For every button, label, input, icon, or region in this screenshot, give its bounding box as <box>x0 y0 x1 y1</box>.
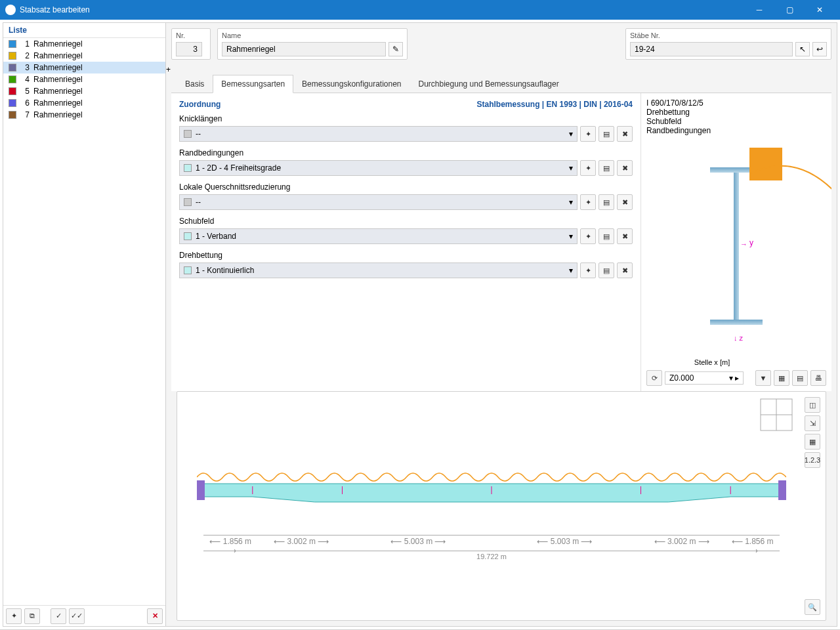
name-input[interactable] <box>222 42 386 56</box>
color-swatch-icon <box>9 64 16 72</box>
field-combo[interactable]: -- ▾ <box>179 194 578 210</box>
list-item-num: 5 <box>20 87 30 96</box>
field-edit-button[interactable]: ▤ <box>598 262 614 278</box>
field-combo[interactable]: -- ▾ <box>179 126 578 142</box>
field-value: -- <box>196 129 201 138</box>
tab[interactable]: Bemessungskonfigurationen <box>293 75 410 93</box>
list-item[interactable]: 5 Rahmenriegel <box>3 85 165 97</box>
preview-filter-button[interactable]: ▼ <box>755 370 771 386</box>
color-swatch-icon <box>9 99 16 107</box>
view-grid-button[interactable]: ▦ <box>805 434 820 450</box>
list-item[interactable]: 2 Rahmenriegel <box>3 50 165 62</box>
list-item[interactable]: 4 Rahmenriegel <box>3 74 165 85</box>
list-item[interactable]: 1 Rahmenriegel <box>3 38 165 50</box>
list-item-label: Rahmenriegel <box>33 98 83 108</box>
list-item-num: 3 <box>20 63 30 72</box>
stabe-revert-button[interactable]: ↩ <box>812 42 827 56</box>
field-label: Lokale Querschnittsreduzierung <box>179 182 633 192</box>
list-item[interactable]: 6 Rahmenriegel <box>3 97 165 109</box>
chevron-down-icon: ▾ <box>569 198 573 207</box>
field-delete-button[interactable]: ✖ <box>617 126 633 142</box>
field-value: 1 - Kontinuierlich <box>196 266 254 275</box>
field-label: Knicklängen <box>179 114 633 123</box>
stelle-input[interactable]: Z0.000▾ ▸ <box>665 371 744 385</box>
color-swatch-icon <box>9 40 16 48</box>
field-label: Schubfeld <box>179 217 633 226</box>
header-fields: Nr. Name ✎ Stäbe Nr. ↖ ↩ <box>166 23 837 65</box>
tab[interactable]: Durchbiegung und Bemessungsauflager <box>410 75 568 93</box>
field-new-button[interactable]: ✦ <box>580 262 596 278</box>
preview-snapshot-button[interactable]: ▤ <box>792 370 808 386</box>
copy-item-button[interactable]: ⧉ <box>24 608 40 624</box>
dimension-total: 19.722 m <box>203 551 780 560</box>
view-labels-button[interactable]: 1.2.3 <box>805 452 820 468</box>
stabe-pick-button[interactable]: ↖ <box>795 42 810 56</box>
field-combo[interactable]: 1 - Verband ▾ <box>179 228 578 244</box>
field-new-button[interactable]: ✦ <box>580 194 596 210</box>
field-delete-button[interactable]: ✖ <box>617 262 633 278</box>
view-axes-button[interactable]: ⇲ <box>805 415 820 431</box>
field-new-button[interactable]: ✦ <box>580 228 596 244</box>
field-combo[interactable]: 1 - 2D - 4 Freiheitsgrade ▾ <box>179 160 578 176</box>
preview-panel: I 690/170/8/12/5DrehbettungSchubfeldRand… <box>641 93 831 391</box>
list-item-num: 2 <box>20 51 30 60</box>
tab[interactable]: Bemessungsarten <box>213 75 293 93</box>
field-value: -- <box>196 198 201 207</box>
field-edit-button[interactable]: ▤ <box>598 126 614 142</box>
svg-rect-5 <box>778 480 786 500</box>
beam-view[interactable]: ◫ ⇲ ▦ 1.2.3 <box>177 391 826 621</box>
title-bar: Stabsatz bearbeiten ─ ▢ ✕ <box>0 0 840 20</box>
name-field-box: Name ✎ <box>217 28 408 60</box>
chevron-down-icon: ▾ <box>569 163 573 173</box>
nr-field-box: Nr. <box>171 28 211 60</box>
maximize-button[interactable]: ▢ <box>774 0 805 20</box>
field-edit-button[interactable]: ▤ <box>598 160 614 176</box>
field-label: Drehbettung <box>179 251 633 260</box>
preview-mode-button[interactable]: ▦ <box>774 370 789 386</box>
field-value: 1 - 2D - 4 Freiheitsgrade <box>196 163 281 173</box>
field-delete-button[interactable]: ✖ <box>617 228 633 244</box>
name-label: Name <box>222 32 403 39</box>
field-delete-button[interactable]: ✖ <box>617 194 633 210</box>
preview-refresh-button[interactable]: ⟳ <box>646 370 662 386</box>
minimize-button[interactable]: ─ <box>744 0 774 20</box>
field-new-button[interactable]: ✦ <box>580 126 596 142</box>
field-new-button[interactable]: ✦ <box>580 160 596 176</box>
stabe-field-box: Stäbe Nr. ↖ ↩ <box>625 28 831 60</box>
preview-print-button[interactable]: 🖶 <box>810 370 826 386</box>
new-item-button[interactable]: ✦ <box>6 608 22 624</box>
view-search-button[interactable]: 🔍 <box>805 599 820 615</box>
field-delete-button[interactable]: ✖ <box>617 160 633 176</box>
chevron-down-icon: ▾ <box>569 129 573 138</box>
field-edit-button[interactable]: ▤ <box>598 194 614 210</box>
list-item-label: Rahmenriegel <box>33 110 83 119</box>
view-cube-icon[interactable] <box>760 398 793 431</box>
list-heading: Liste <box>3 23 165 38</box>
color-swatch-icon <box>9 52 16 60</box>
tab-bar: BasisBemessungsartenBemessungskonfigurat… <box>171 74 831 93</box>
list-panel: Liste 1 Rahmenriegel 2 Rahmenriegel 3 Ra… <box>3 23 166 626</box>
check-all-button[interactable]: ✓✓ <box>69 608 85 624</box>
tab[interactable]: Basis <box>177 75 213 93</box>
chevron-down-icon: ▾ <box>569 266 573 275</box>
close-button[interactable]: ✕ <box>805 0 835 20</box>
list-item-num: 1 <box>20 39 30 49</box>
list-item[interactable]: 7 Rahmenriegel <box>3 109 165 121</box>
stabe-input[interactable] <box>630 42 793 56</box>
name-pick-button[interactable]: ✎ <box>388 42 403 56</box>
form-area: Zuordnung Stahlbemessung | EN 1993 | DIN… <box>171 93 641 391</box>
nr-input[interactable] <box>176 42 202 56</box>
section-title: Zuordnung <box>179 100 220 109</box>
list-item[interactable]: 3 Rahmenriegel <box>3 62 165 74</box>
check-button[interactable]: ✓ <box>51 608 66 624</box>
view-iso-button[interactable]: ◫ <box>805 397 820 413</box>
stelle-label: Stelle x [m] <box>666 358 758 366</box>
field-edit-button[interactable]: ▤ <box>598 228 614 244</box>
delete-item-button[interactable]: ✕ <box>147 608 163 624</box>
window-title: Stabsatz bearbeiten <box>20 5 744 14</box>
stabe-label: Stäbe Nr. <box>630 32 827 39</box>
list-box[interactable]: 1 Rahmenriegel 2 Rahmenriegel 3 Rahmenri… <box>3 38 165 605</box>
color-swatch-icon <box>9 111 16 119</box>
cross-section-view[interactable]: → y ↓ z <box>646 138 826 354</box>
field-combo[interactable]: 1 - Kontinuierlich ▾ <box>179 262 578 278</box>
